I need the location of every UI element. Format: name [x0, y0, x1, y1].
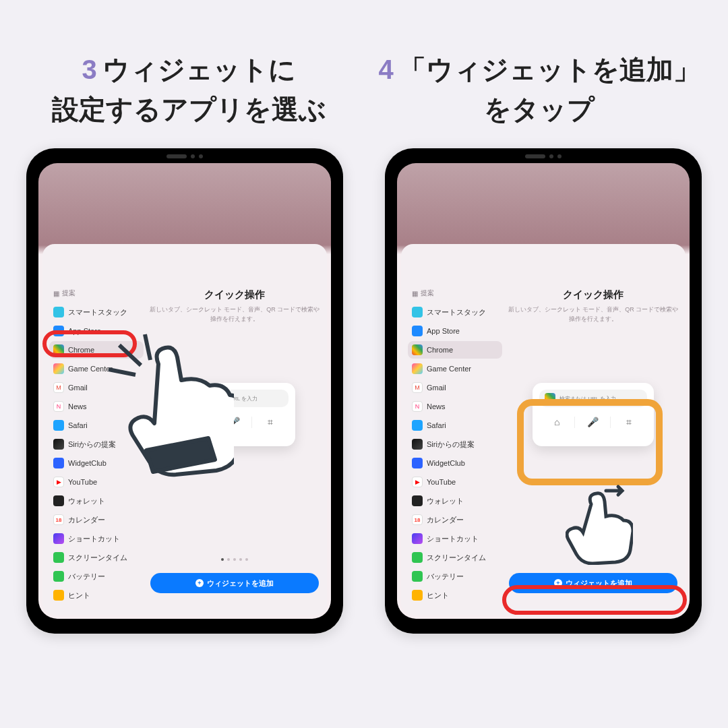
sidebar-item-label: カレンダー: [427, 515, 464, 525]
sidebar-item-label: Gmail: [427, 384, 446, 392]
add-widget-button[interactable]: + ウィジェットを追加: [150, 573, 319, 593]
mic-icon: 🎤: [217, 417, 253, 428]
screen: 🔍 ウィジェットを検索 ▦ 提案 スマートスタックApp StoreChrome…: [38, 163, 331, 619]
sidebar-item-label: Siriからの提案: [427, 439, 475, 450]
sidebar-item-chrome[interactable]: Chrome: [49, 341, 144, 359]
plus-icon: +: [554, 579, 562, 587]
sidebar-item-label: スクリーンタイム: [427, 553, 486, 563]
sidebar-item-スマートスタック[interactable]: スマートスタック: [408, 303, 502, 321]
sidebar-item-safari[interactable]: Safari: [408, 417, 502, 434]
sidebar-item-game-center[interactable]: Game Center: [408, 360, 502, 377]
sidebar-item-label: ヒント: [68, 590, 90, 601]
sidebar-item-widgetclub[interactable]: WidgetClub: [49, 454, 144, 472]
sidebar-item-label: Safari: [427, 421, 446, 429]
sidebar-item-label: スマートスタック: [68, 307, 127, 317]
grid-icon: ▦: [53, 290, 59, 297]
sidebar-item-バッテリー[interactable]: バッテリー: [408, 568, 502, 585]
app-icon: [53, 458, 64, 468]
app-icon: [412, 326, 423, 336]
sidebar-item-youtube[interactable]: ▶YouTube: [408, 473, 502, 491]
qr-icon: ⌗: [611, 417, 647, 428]
widget-title: クイック操作: [149, 289, 320, 301]
sidebar-item-label: News: [68, 402, 87, 411]
app-icon: [53, 420, 64, 431]
sidebar-item-ショートカット[interactable]: ショートカット: [49, 530, 144, 547]
plus-icon: +: [195, 579, 204, 587]
sidebar-item-label: ヒント: [427, 590, 449, 601]
sidebar-item-news[interactable]: NNews: [408, 398, 502, 415]
chrome-icon: [545, 393, 555, 404]
sidebar-item-label: ウォレット: [427, 496, 464, 506]
app-list-sidebar: ▦ 提案 スマートスタックApp StoreChromeGame CenterM…: [408, 251, 502, 608]
sidebar-item-ウォレット[interactable]: ウォレット: [408, 492, 502, 510]
sidebar-item-widgetclub[interactable]: WidgetClub: [408, 454, 502, 472]
app-icon: [53, 344, 64, 355]
page-dots[interactable]: [580, 558, 607, 561]
sidebar-item-gmail[interactable]: MGmail: [408, 379, 502, 396]
app-icon: [53, 439, 64, 450]
sidebar-item-ヒント[interactable]: ヒント: [49, 586, 144, 604]
add-widget-button[interactable]: + ウィジェットを追加: [509, 573, 677, 593]
sidebar-item-chrome[interactable]: Chrome: [408, 341, 502, 359]
sidebar-item-app-store[interactable]: App Store: [408, 322, 502, 340]
step-number: 3: [82, 55, 96, 84]
sidebar-item-app-store[interactable]: App Store: [49, 322, 144, 340]
sidebar-item-ショートカット[interactable]: ショートカット: [408, 530, 502, 547]
sidebar-item-gmail[interactable]: MGmail: [49, 379, 144, 396]
sidebar-heading: ▦ 提案: [53, 289, 144, 298]
widget-detail-pane: クイック操作 新しいタブ、シークレット モード、音声、QR コードで検索や操作を…: [508, 251, 679, 608]
sidebar-item-label: Game Center: [68, 365, 113, 373]
step-number: 4: [378, 55, 393, 84]
sidebar-item-label: App Store: [68, 327, 101, 335]
sidebar-item-label: WidgetClub: [68, 459, 107, 467]
widget-preview-card[interactable]: 検索または URL を入力 ⌂ 🎤 ⌗: [533, 383, 654, 446]
step-3-title: 3ウィジェットに 設定するアプリを選ぶ: [13, 51, 364, 128]
app-icon: 18: [412, 514, 423, 525]
sidebar-item-safari[interactable]: Safari: [49, 417, 144, 434]
app-icon: [412, 344, 423, 355]
chrome-icon: [186, 393, 197, 404]
sidebar-item-news[interactable]: NNews: [49, 398, 144, 415]
app-icon: [412, 495, 423, 506]
sidebar-item-バッテリー[interactable]: バッテリー: [49, 568, 144, 585]
app-icon: N: [412, 401, 423, 412]
sidebar-item-siriからの提案[interactable]: Siriからの提案: [49, 435, 144, 453]
sidebar-item-siriからの提案[interactable]: Siriからの提案: [408, 435, 502, 453]
sidebar-item-カレンダー[interactable]: 18カレンダー: [408, 511, 502, 528]
sidebar-item-ウォレット[interactable]: ウォレット: [49, 492, 144, 510]
sidebar-item-label: Chrome: [68, 346, 94, 354]
widget-detail-pane: クイック操作 新しいタブ、シークレット モード、音声、QR コードで検索や操作を…: [149, 251, 320, 608]
app-icon: [412, 590, 423, 601]
app-icon: [412, 363, 423, 374]
incognito-icon: ⌂: [181, 417, 216, 428]
widget-subtitle: 新しいタブ、シークレット モード、音声、QR コードで検索や操作を行えます。: [149, 305, 320, 324]
app-icon: [412, 533, 423, 544]
app-icon: [53, 326, 64, 336]
sidebar-item-スクリーンタイム[interactable]: スクリーンタイム: [408, 549, 502, 566]
step-4-title: 4「ウィジェットを追加」 をタップ: [364, 51, 715, 128]
app-icon: [412, 571, 423, 582]
sidebar-item-label: YouTube: [427, 478, 456, 486]
sidebar-item-カレンダー[interactable]: 18カレンダー: [49, 511, 144, 528]
app-icon: [412, 458, 423, 468]
qr-icon: ⌗: [253, 417, 289, 428]
incognito-icon: ⌂: [539, 417, 575, 428]
sidebar-item-label: ショートカット: [427, 534, 479, 544]
sidebar-item-game-center[interactable]: Game Center: [49, 360, 144, 377]
sidebar-item-label: Safari: [68, 421, 88, 429]
sidebar-item-スマートスタック[interactable]: スマートスタック: [49, 303, 144, 321]
sidebar-item-ヒント[interactable]: ヒント: [408, 586, 502, 604]
sidebar-item-label: Chrome: [427, 346, 453, 354]
sidebar-item-label: カレンダー: [68, 515, 105, 525]
chrome-search-bar: 検索または URL を入力: [181, 390, 289, 407]
sidebar-item-label: バッテリー: [427, 572, 464, 582]
sidebar-item-スクリーンタイム[interactable]: スクリーンタイム: [49, 549, 144, 566]
app-icon: [53, 590, 64, 601]
sidebar-item-youtube[interactable]: ▶YouTube: [49, 473, 144, 491]
app-icon: [412, 439, 423, 450]
page-dots[interactable]: [221, 558, 248, 561]
app-icon: [412, 307, 423, 317]
widget-preview-card[interactable]: 検索または URL を入力 ⌂ 🎤 ⌗: [174, 383, 295, 446]
widget-subtitle: 新しいタブ、シークレット モード、音声、QR コードで検索や操作を行えます。: [508, 305, 679, 324]
app-icon: M: [412, 382, 423, 393]
